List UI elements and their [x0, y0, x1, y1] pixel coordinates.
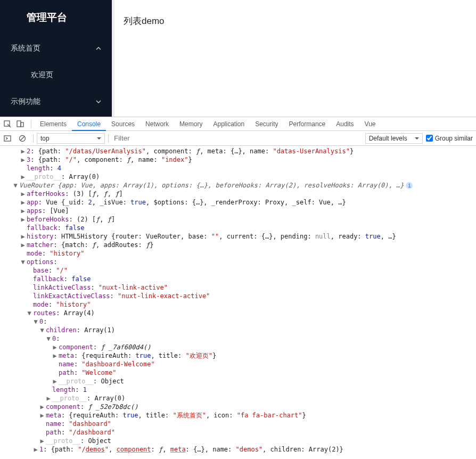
console-line[interactable]: path: "/dashboard": [0, 428, 476, 437]
tab-application[interactable]: Application: [208, 118, 250, 130]
console-line[interactable]: ▶apps: [Vue]: [0, 207, 476, 215]
console-line[interactable]: length: 4: [0, 164, 476, 173]
filter-input[interactable]: [112, 133, 362, 144]
app-title: 管理平台: [0, 0, 112, 35]
expand-icon[interactable]: ▶: [33, 445, 38, 454]
console-line[interactable]: fallback: false: [0, 275, 476, 283]
collapse-icon[interactable]: ▼: [33, 317, 38, 326]
console-line[interactable]: path: "Welcome": [0, 368, 476, 377]
tab-memory[interactable]: Memory: [174, 118, 208, 130]
expand-icon[interactable]: ▶: [20, 155, 26, 164]
console-line[interactable]: ▶3: {path: "/", component: ƒ, name: "ind…: [0, 155, 476, 164]
expand-icon[interactable]: ▶: [20, 198, 26, 207]
console-line[interactable]: ▶component: ƒ _52e7b8dc(): [0, 403, 476, 411]
console-line[interactable]: ▶beforeHooks: (2) [ƒ, ƒ]: [0, 215, 476, 224]
console-line[interactable]: ▼children: Array(1): [0, 326, 476, 334]
console-output[interactable]: ▶2: {path: "/datas/UserAnalysis", compon…: [0, 146, 476, 459]
sidebar-item-label: 欢迎页: [31, 70, 53, 79]
expand-icon[interactable]: ▶: [52, 351, 58, 360]
collapse-icon[interactable]: ▼: [20, 258, 26, 266]
console-line[interactable]: ▶__proto__: Array(0): [0, 394, 476, 403]
expand-icon[interactable]: ▶: [39, 403, 45, 411]
spacer: [20, 164, 26, 173]
console-line[interactable]: mode: "history": [0, 300, 476, 309]
tab-elements[interactable]: Elements: [35, 118, 72, 130]
spacer: [20, 224, 26, 232]
group-similar-toggle[interactable]: Group similar: [426, 135, 473, 142]
console-line[interactable]: name: "dashboard-Welcome": [0, 360, 476, 368]
tab-console[interactable]: Console: [72, 118, 106, 131]
console-line[interactable]: mode: "history": [0, 249, 476, 258]
console-line[interactable]: ▶__proto__: Object: [0, 377, 476, 386]
console-line[interactable]: ▶app: Vue {_uid: 2, _isVue: true, $optio…: [0, 198, 476, 207]
sidebar-item-label: 系统首页: [11, 44, 40, 53]
console-line[interactable]: ▼0:: [0, 334, 476, 343]
svg-marker-6: [97, 137, 101, 140]
expand-icon[interactable]: ▶: [52, 343, 58, 351]
expand-icon[interactable]: ▶: [20, 190, 26, 198]
devtools-tabbar: ElementsConsoleSourcesNetworkMemoryAppli…: [0, 117, 476, 131]
collapse-icon[interactable]: ▼: [39, 326, 45, 334]
chevron-down-icon: [97, 136, 101, 141]
console-line[interactable]: name: "dashboard": [0, 420, 476, 428]
console-line[interactable]: ▶history: HTML5History {router: VueRoute…: [0, 232, 476, 241]
console-line[interactable]: ▶component: ƒ _7af600d4(): [0, 343, 476, 351]
inspect-icon[interactable]: [3, 120, 12, 128]
expand-icon[interactable]: ▶: [39, 437, 45, 445]
spacer: [46, 386, 51, 394]
console-line[interactable]: ▶2: {path: "/datas/UserAnalysis", compon…: [0, 147, 476, 155]
group-similar-label: Group similar: [435, 135, 473, 142]
console-line[interactable]: ▶meta: {requireAuth: true, title: "欢迎页"}: [0, 351, 476, 360]
device-toggle-icon[interactable]: [16, 120, 24, 128]
expand-icon[interactable]: ▶: [20, 173, 26, 181]
console-line[interactable]: ▼routes: Array(4): [0, 309, 476, 317]
tab-audits[interactable]: Audits: [331, 118, 359, 130]
filter-wrap: [112, 133, 362, 144]
tab-vue[interactable]: Vue: [359, 118, 381, 130]
expand-icon[interactable]: ▶: [20, 241, 26, 249]
console-line[interactable]: ▼options:: [0, 258, 476, 266]
console-line[interactable]: ▶meta: {requireAuth: true, title: "系统首页"…: [0, 411, 476, 420]
console-line[interactable]: linkActiveClass: "nuxt-link-active": [0, 283, 476, 292]
console-line[interactable]: ▶1: {path: "/demos", component: ƒ, meta:…: [0, 445, 476, 454]
collapse-icon[interactable]: ▼: [13, 181, 18, 190]
collapse-icon[interactable]: ▼: [46, 334, 51, 343]
expand-icon[interactable]: ▶: [20, 232, 26, 241]
console-line[interactable]: fallback: false: [0, 224, 476, 232]
expand-icon[interactable]: ▶: [20, 207, 26, 215]
tab-security[interactable]: Security: [250, 118, 283, 130]
tab-network[interactable]: Network: [140, 118, 174, 130]
tab-sources[interactable]: Sources: [106, 118, 140, 130]
console-line[interactable]: ▼VueRouter {app: Vue, apps: Array(1), op…: [0, 181, 476, 190]
console-line[interactable]: base: "/": [0, 266, 476, 275]
svg-marker-7: [415, 137, 419, 140]
expand-icon[interactable]: ▶: [20, 147, 26, 155]
sidebar-item-welcome[interactable]: 欢迎页: [0, 62, 112, 88]
clear-console-icon[interactable]: [18, 134, 27, 143]
devtools-panel: ElementsConsoleSourcesNetworkMemoryAppli…: [0, 117, 476, 459]
log-levels-selector[interactable]: Default levels: [365, 133, 423, 144]
divider: [108, 134, 109, 143]
console-line[interactable]: length: 1: [0, 386, 476, 394]
console-line[interactable]: ▶afterHooks: (3) [ƒ, ƒ, ƒ]: [0, 190, 476, 198]
spacer: [39, 420, 45, 428]
group-similar-checkbox[interactable]: [426, 135, 433, 142]
toggle-sidebar-icon[interactable]: [3, 134, 12, 143]
console-line[interactable]: ▶__proto__: Object: [0, 437, 476, 445]
expand-icon[interactable]: ▶: [52, 377, 58, 386]
tab-performance[interactable]: Performance: [284, 118, 331, 130]
console-line[interactable]: ▶matcher: {match: ƒ, addRoutes: ƒ}: [0, 241, 476, 249]
sidebar-item-home[interactable]: 系统首页: [0, 35, 112, 62]
sidebar-item-demo[interactable]: 示例功能: [0, 88, 112, 115]
context-selector[interactable]: top: [37, 133, 105, 144]
info-icon[interactable]: i: [406, 182, 413, 189]
console-line[interactable]: ▼0:: [0, 317, 476, 326]
console-line[interactable]: linkExactActiveClass: "nuxt-link-exact-a…: [0, 292, 476, 300]
console-line[interactable]: ▶__proto__: Array(0): [0, 173, 476, 181]
collapse-icon[interactable]: ▼: [27, 309, 32, 317]
app-area: 管理平台 系统首页 欢迎页 示例功能 列表demo: [0, 0, 476, 117]
spacer: [52, 360, 58, 368]
expand-icon[interactable]: ▶: [46, 394, 51, 403]
expand-icon[interactable]: ▶: [20, 215, 26, 224]
expand-icon[interactable]: ▶: [39, 411, 45, 420]
